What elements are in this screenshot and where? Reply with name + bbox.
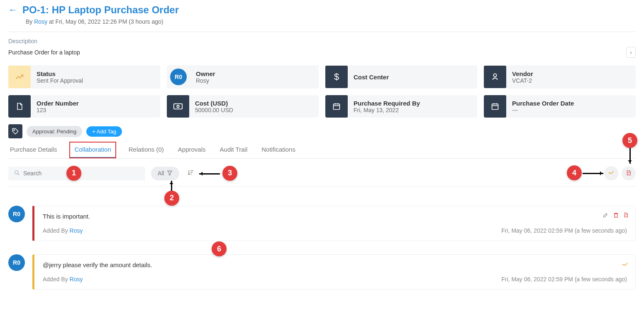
card-value: Sent For Approval	[37, 77, 83, 84]
annotation-badge-4: 4	[567, 165, 582, 180]
annotation-badge-2: 2	[164, 191, 179, 206]
card-cost: Cost (USD) 50000.00 USD	[167, 95, 319, 118]
expand-button[interactable]: ›	[626, 47, 636, 58]
handshake-button[interactable]	[604, 166, 618, 180]
search-icon	[14, 170, 20, 177]
avatar: R0	[8, 254, 25, 271]
card-value: 123	[37, 107, 79, 113]
description-text: Purchase Order for a laptop	[8, 49, 80, 56]
calendar-icon	[325, 95, 348, 118]
avatar: R0	[8, 206, 25, 222]
card-owner: R0 Owner Rosy	[167, 65, 319, 89]
card-value: VCAT-2	[512, 77, 533, 84]
annotation-badge-6: 6	[212, 241, 227, 256]
money-icon	[167, 95, 189, 118]
card-value: ---	[512, 107, 574, 113]
comment-item: R0 This is important. Added By Rosy Fri,…	[8, 206, 636, 241]
comment-author: Added By Rosy	[43, 276, 83, 283]
svg-line-13	[18, 173, 20, 175]
author-link[interactable]: Rosy	[70, 276, 83, 283]
comment-item: R0 @jerry please verify the amount detai…	[8, 254, 636, 290]
card-label: Owner	[196, 70, 215, 77]
doc-comment-icon[interactable]	[623, 212, 629, 219]
delete-comment-icon[interactable]	[613, 212, 619, 219]
calendar-icon	[484, 95, 506, 118]
edit-comment-icon[interactable]	[603, 212, 609, 219]
svg-rect-1	[174, 104, 182, 109]
svg-point-11	[14, 130, 15, 130]
comment-text: @jerry please verify the amount details.	[43, 261, 627, 268]
tab-purchase-details[interactable]: Purchase Details	[8, 142, 59, 158]
card-label: Cost Center	[354, 74, 389, 81]
card-label: Purchase Required By	[354, 100, 420, 107]
tag-icon	[8, 124, 22, 138]
vendor-icon	[484, 66, 506, 88]
filter-all-button[interactable]: All	[151, 167, 179, 180]
approval-tag[interactable]: Approval: Pending	[27, 126, 82, 137]
filter-label: All	[158, 170, 164, 177]
tabs: Purchase Details Collaboration Relations…	[8, 142, 636, 159]
tab-notifications[interactable]: Notifications	[260, 142, 297, 158]
search-input[interactable]	[23, 170, 139, 177]
handshake-icon	[607, 169, 615, 178]
divider	[8, 32, 636, 32]
author-link[interactable]: Rosy	[70, 227, 83, 234]
card-label: Cost (USD)	[195, 100, 233, 107]
svg-marker-14	[167, 171, 172, 175]
annotation-badge-5: 5	[622, 133, 637, 148]
svg-point-12	[15, 170, 18, 174]
svg-rect-7	[492, 104, 498, 109]
sort-button[interactable]	[185, 169, 194, 177]
card-value: Fri, May 13, 2022	[354, 107, 420, 113]
description-label: Description	[8, 38, 636, 44]
by-prefix: By	[26, 18, 34, 25]
add-note-button[interactable]	[622, 166, 636, 180]
owner-avatar: R0	[170, 69, 187, 85]
svg-point-2	[177, 105, 179, 108]
card-label: Vendor	[512, 70, 533, 77]
tab-relations[interactable]: Relations (0)	[127, 142, 166, 158]
card-vendor: Vendor VCAT-2	[484, 65, 636, 89]
card-cost-center: $ Cost Center	[325, 65, 477, 89]
dollar-icon: $	[325, 66, 348, 88]
svg-point-0	[493, 74, 496, 77]
card-order-date: Purchase Order Date ---	[484, 95, 636, 118]
document-edit-icon	[626, 170, 632, 177]
document-icon	[8, 95, 31, 118]
svg-rect-3	[334, 104, 340, 109]
byline: By Rosy at Fri, May 06, 2022 12:26 PM (3…	[26, 18, 636, 25]
annotation-badge-3: 3	[222, 166, 237, 181]
tab-collaboration[interactable]: Collaboration	[69, 142, 116, 158]
card-label: Order Number	[37, 100, 79, 107]
comment-text: This is important.	[43, 213, 627, 220]
page-title: PO-1: HP Laptop Purchase Order	[22, 4, 179, 16]
card-label: Status	[37, 70, 83, 77]
tab-audit-trail[interactable]: Audit Trail	[218, 142, 249, 158]
annotation-arrow-5	[629, 147, 631, 164]
summary-cards: Status Sent For Approval R0 Owner Rosy $…	[8, 65, 636, 118]
add-tag-button[interactable]: + Add Tag	[86, 126, 122, 137]
card-label: Purchase Order Date	[512, 100, 574, 107]
comment-date: Fri, May 06, 2022 02:59 PM (a few second…	[501, 227, 627, 234]
annotation-arrow-4	[583, 173, 603, 174]
back-arrow-icon[interactable]: ←	[8, 5, 17, 15]
annotation-badge-1: 1	[66, 166, 81, 181]
card-status: Status Sent For Approval	[8, 65, 160, 89]
card-value: Rosy	[196, 77, 215, 84]
status-icon	[8, 66, 31, 88]
dateline: at Fri, May 06, 2022 12:26 PM (3 hours a…	[47, 18, 163, 25]
author-link[interactable]: Rosy	[34, 18, 47, 25]
filter-icon	[167, 170, 173, 177]
card-required-by: Purchase Required By Fri, May 13, 2022	[325, 95, 477, 118]
card-order-number: Order Number 123	[8, 95, 160, 118]
tab-approvals[interactable]: Approvals	[176, 142, 207, 158]
handshake-comment-icon[interactable]	[621, 261, 629, 269]
card-value: 50000.00 USD	[195, 107, 233, 113]
comment-date: Fri, May 06, 2022 02:59 PM (a few second…	[501, 276, 627, 283]
annotation-arrow-3	[199, 173, 220, 175]
comment-author: Added By Rosy	[43, 227, 83, 234]
